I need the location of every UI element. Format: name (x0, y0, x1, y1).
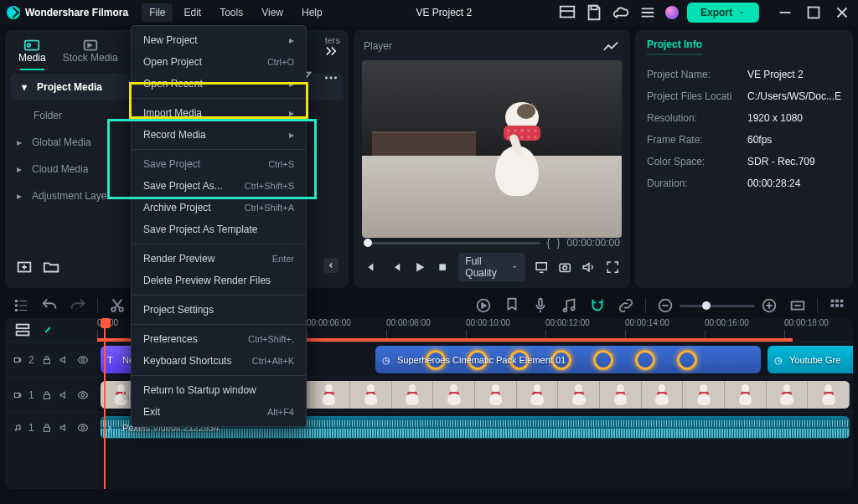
svg-rect-11 (536, 263, 546, 270)
file-menu-item[interactable]: PreferencesCtrl+Shift+, (132, 328, 306, 350)
file-menu-item[interactable]: Archive ProjectCtrl+Shift+A (132, 197, 306, 219)
track-head-v1[interactable]: 1 (5, 377, 97, 412)
clip-effect[interactable]: ◷ Superheroes Cinematic Pack Element 01 (375, 346, 761, 373)
prev-frame-icon[interactable] (364, 258, 379, 276)
file-menu-item[interactable]: Save ProjectCtrl+S (132, 153, 306, 175)
voice-icon[interactable] (531, 296, 550, 315)
zoom-slider[interactable] (680, 305, 755, 307)
svg-rect-39 (14, 393, 19, 397)
playhead[interactable] (104, 318, 106, 489)
menu-edit[interactable]: Edit (176, 3, 209, 22)
lock-icon[interactable] (41, 351, 53, 369)
player-scrubber[interactable]: { } 00:00:00:00 (362, 238, 622, 248)
clip-effect2[interactable]: ◷ Youtube Gre (768, 346, 853, 373)
menu-help[interactable]: Help (294, 3, 330, 22)
eye-icon[interactable] (77, 419, 89, 437)
file-menu-item[interactable]: New Project▸ (132, 29, 306, 51)
step-back-icon[interactable] (387, 258, 402, 276)
eye-icon[interactable] (77, 386, 89, 404)
more-icon[interactable] (322, 69, 340, 87)
layout-icon[interactable] (558, 3, 576, 22)
file-menu-item[interactable]: Open ProjectCtrl+O (132, 51, 306, 73)
file-menu-item[interactable]: Open Recent▸ (132, 73, 306, 95)
file-menu-item[interactable]: Project Settings (132, 299, 306, 321)
info-key: Color Space: (647, 156, 747, 167)
ruler-tick: 00:00:10:00 (466, 318, 510, 327)
snapshot-icon[interactable] (557, 258, 572, 276)
info-value: VE Project 2 (747, 69, 804, 80)
svg-point-42 (15, 429, 17, 430)
menu-tools[interactable]: Tools (212, 3, 251, 22)
stop-icon[interactable] (435, 258, 450, 276)
project-info-title: Project Info (647, 39, 702, 55)
menu-item-label: Delete Preview Render Files (143, 275, 271, 286)
link-icon[interactable] (617, 296, 635, 315)
track-head-a1[interactable]: 1 (5, 412, 97, 442)
grid-view-icon[interactable] (828, 296, 846, 315)
file-menu-item[interactable]: Save Project As Template (132, 219, 306, 240)
new-bin-icon[interactable] (15, 258, 34, 276)
timeline-menu-icon[interactable] (12, 296, 30, 315)
mark-in-icon[interactable]: { (547, 237, 550, 249)
svg-point-15 (15, 304, 18, 307)
maximize-icon[interactable] (804, 3, 823, 22)
cloud-icon[interactable] (612, 3, 630, 22)
mute-icon[interactable] (59, 351, 70, 369)
link-track-icon[interactable] (39, 321, 57, 339)
file-menu-item[interactable]: Import Media▸ (132, 102, 306, 124)
music-icon[interactable] (560, 296, 578, 315)
cut-icon[interactable] (108, 296, 127, 315)
info-row: Project Name:VE Project 2 (647, 64, 841, 85)
svg-point-17 (111, 307, 116, 311)
quality-select[interactable]: Full Quality (458, 253, 525, 281)
render-icon[interactable] (474, 296, 493, 315)
menu-view[interactable]: View (254, 3, 291, 22)
minimize-icon[interactable] (776, 3, 794, 22)
fullscreen-icon[interactable] (605, 258, 620, 276)
mute-icon[interactable] (59, 386, 70, 404)
track-options-icon[interactable] (13, 321, 32, 339)
redo-icon[interactable] (69, 296, 87, 315)
volume-icon[interactable] (581, 258, 596, 276)
marker-icon[interactable] (503, 296, 521, 315)
undo-icon[interactable] (40, 296, 59, 315)
menu-item-label: Project Settings (143, 304, 214, 316)
file-menu-item[interactable]: Return to Startup window (132, 379, 306, 401)
play-icon[interactable] (411, 258, 426, 276)
close-icon[interactable] (833, 3, 851, 22)
menu-item-label: Preferences (143, 333, 198, 345)
file-menu-item[interactable]: Render PreviewEnter (132, 248, 306, 270)
menu-lines-icon[interactable] (638, 3, 657, 22)
mute-icon[interactable] (59, 419, 70, 437)
eye-icon[interactable] (77, 351, 89, 369)
track-label: 1 (28, 389, 34, 401)
ruler-tick: 00:00:12:00 (545, 318, 590, 327)
player-preview[interactable] (362, 60, 622, 238)
lock-icon[interactable] (41, 419, 53, 437)
export-button[interactable]: Export (687, 3, 759, 23)
scopes-icon[interactable] (602, 37, 620, 55)
display-icon[interactable] (534, 258, 549, 276)
zoom-fit-icon[interactable] (788, 296, 807, 315)
file-menu-item[interactable]: Delete Preview Render Files (132, 270, 306, 291)
menu-item-label: Import Media (143, 107, 202, 119)
file-menu-item[interactable]: Record Media▸ (132, 124, 306, 146)
tab-stock[interactable]: Stock Media (56, 33, 125, 69)
new-folder-icon[interactable] (42, 258, 60, 276)
tab-media[interactable]: Media (12, 33, 53, 69)
file-menu-item[interactable]: Save Project As...Ctrl+Shift+S (132, 175, 306, 197)
user-avatar[interactable] (665, 6, 679, 19)
file-menu-item[interactable]: ExitAlt+F4 (132, 401, 306, 423)
save-icon[interactable] (585, 3, 603, 22)
zoom-out-icon[interactable] (656, 296, 675, 315)
collapse-sidebar-icon[interactable] (323, 258, 339, 273)
file-menu-item[interactable]: Keyboard ShortcutsCtrl+Alt+K (132, 350, 306, 372)
lock-icon[interactable] (41, 386, 53, 404)
player-timecode: 00:00:00:00 (567, 237, 620, 249)
title-bar: Wondershare Filmora File Edit Tools View… (0, 0, 858, 25)
magnet-icon[interactable] (588, 296, 607, 315)
zoom-in-icon[interactable] (760, 296, 778, 315)
menu-file[interactable]: File (142, 3, 173, 22)
mark-out-icon[interactable]: } (557, 237, 561, 249)
track-head-v2[interactable]: 2 (5, 342, 97, 377)
